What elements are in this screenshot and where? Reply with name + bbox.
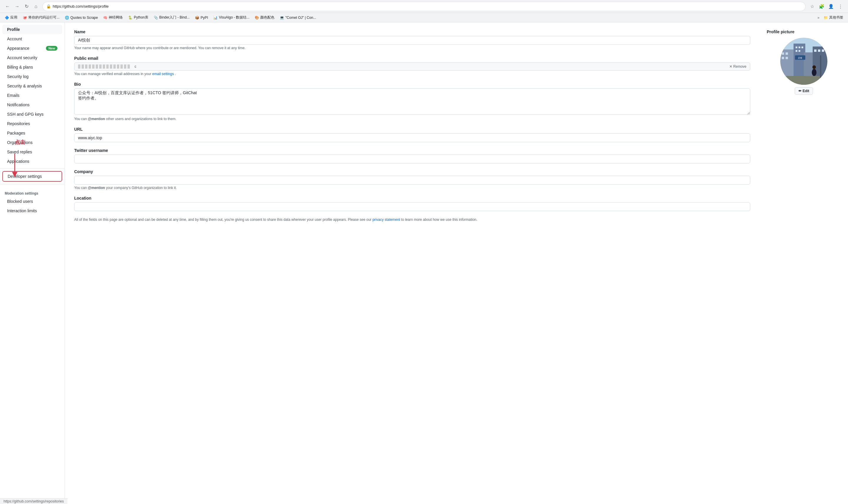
email-suffix: c [134,65,136,69]
bookmark-neural[interactable]: 🧠 神经网络 [101,14,125,21]
sidebar-divider [0,168,65,169]
right-panel: Profile picture [760,22,848,504]
privacy-link[interactable]: privacy statement [373,218,400,222]
bookmark-comet[interactable]: 💻 "Comet OJ" | Con... [277,14,318,21]
bio-hint: You can @mention other users and organiz… [74,117,750,121]
bookmark-code[interactable]: 🐙 将你的代码运行可... [20,14,62,21]
company-group: Company You can @mention your company's … [74,169,750,190]
svg-point-24 [812,65,816,69]
avatar-circle: 店铺 [780,38,827,85]
moderation-header: Moderation settings [0,187,65,197]
bookmark-python[interactable]: 🐍 Python库 [126,14,150,21]
menu-button[interactable]: ⋮ [836,2,845,11]
back-button[interactable]: ← [3,2,12,11]
location-label: Location [74,196,750,200]
sidebar-item-blocked[interactable]: Blocked users [2,197,62,206]
reload-button[interactable]: ↻ [22,2,31,11]
bookmark-quotes-icon: 🌐 [65,16,69,20]
url-label: URL [74,127,750,131]
bookmark-comet-icon: 💻 [280,16,284,20]
twitter-label: Twitter username [74,148,750,153]
svg-text:店铺: 店铺 [798,57,802,59]
sidebar-item-billing[interactable]: Billing & plans [2,62,62,72]
sidebar-item-applications[interactable]: Applications [2,157,62,166]
bookmark-apps[interactable]: 🔷 应用 [2,14,20,21]
bookmark-visualgo[interactable]: 📊 VisuAlgo - 数据结... [211,14,252,21]
status-bar: https://github.com/settings/repositories [0,499,68,504]
svg-rect-16 [798,50,800,52]
nav-buttons: ← → ↻ ⌂ [3,2,40,11]
sidebar-item-orgs[interactable]: Organizations [2,138,62,147]
name-input[interactable] [74,36,750,45]
sidebar-item-security-analysis[interactable]: Security & analysis [2,81,62,91]
edit-picture-button[interactable]: ✏ Edit [795,87,813,95]
bookmark-code-icon: 🐙 [23,16,27,20]
sidebar: Profile Account Appearance New Account s… [0,22,65,504]
pencil-icon: ✏ [798,89,801,93]
developer-settings-wrapper: Developer settings 点击 [0,171,65,182]
address-bar[interactable]: 🔒 https://github.com/settings/profile [42,2,806,11]
page-container: Profile Account Appearance New Account s… [0,22,848,504]
bookmark-others[interactable]: 📁 其他书签 [821,14,846,21]
sidebar-item-developer-settings[interactable]: Developer settings [2,171,62,182]
bookmark-color-icon: 🎨 [255,16,259,20]
bookmark-apps-icon: 🔷 [5,16,9,20]
name-hint: Your name may appear around GitHub where… [74,46,750,50]
bookmarks-more[interactable]: » [817,16,819,20]
bookmark-others-icon: 📁 [824,16,828,20]
sidebar-item-ssh[interactable]: SSH and GPG keys [2,109,62,119]
sidebar-item-security-log[interactable]: Security log [2,72,62,81]
sidebar-item-appearance[interactable]: Appearance New [2,43,62,53]
location-input[interactable] [74,202,750,211]
company-input[interactable] [74,176,750,184]
bookmark-binder[interactable]: 📎 Binder入门 - Bind... [151,14,192,21]
email-settings-link[interactable]: email settings [152,72,174,76]
svg-point-23 [812,69,816,76]
sidebar-item-interaction-limits[interactable]: Interaction limits [2,206,62,216]
extensions-button[interactable]: 🧩 [817,2,826,11]
svg-rect-15 [796,50,797,52]
url-input[interactable] [74,133,750,142]
sidebar-item-saved-replies[interactable]: Saved replies [2,147,62,157]
lock-icon: 🔒 [46,4,51,8]
bookmark-pypi[interactable]: 📦 PyPI [193,14,210,21]
bookmark-color[interactable]: 🎨 颜色配色 [252,14,277,21]
svg-rect-13 [798,47,800,48]
forward-button[interactable]: → [13,2,21,11]
company-hint: You can @mention your company's GitHub o… [74,186,750,190]
bio-input[interactable]: 公众号：AI悦创，百度文库认证作者，51CTO 签约讲师，GitChat 签约作… [74,88,750,115]
svg-rect-11 [786,57,788,59]
sidebar-item-account-security[interactable]: Account security [2,53,62,62]
twitter-group: Twitter username [74,148,750,163]
sidebar-item-notifications[interactable]: Notifications [2,100,62,109]
svg-rect-18 [818,50,820,52]
bookmark-python-icon: 🐍 [128,16,132,20]
star-button[interactable]: ☆ [808,2,816,11]
avatar-svg: 店铺 [780,38,827,85]
new-badge: New [46,46,57,51]
bookmark-binder-icon: 📎 [154,16,158,20]
svg-rect-9 [786,52,788,55]
home-button[interactable]: ⌂ [32,2,40,11]
bookmark-pypi-icon: 📦 [195,16,199,20]
svg-rect-14 [801,47,803,48]
url-group: URL [74,127,750,142]
sidebar-item-profile[interactable]: Profile [2,25,62,34]
twitter-input[interactable] [74,155,750,163]
sidebar-item-repos[interactable]: Repositories [2,119,62,128]
bottom-info: All of the fields on this page are optio… [74,217,750,222]
sidebar-divider-2 [0,184,65,184]
sidebar-item-account[interactable]: Account [2,34,62,43]
remove-email-button[interactable]: ✕ Remove [729,65,746,69]
bio-group: Bio 公众号：AI悦创，百度文库认证作者，51CTO 签约讲师，GitChat… [74,82,750,121]
profile-button[interactable]: 👤 [827,2,835,11]
email-hint: You can manage verified email addresses … [74,72,750,76]
bookmark-quotes[interactable]: 🌐 Quotes to Scrape [62,14,100,21]
company-label: Company [74,169,750,174]
sidebar-item-emails[interactable]: Emails [2,91,62,100]
email-display: c ✕ Remove [74,62,750,71]
svg-rect-10 [782,57,784,59]
email-blur [78,65,131,69]
sidebar-item-packages[interactable]: Packages [2,128,62,138]
profile-picture-section: Profile picture [767,30,841,95]
